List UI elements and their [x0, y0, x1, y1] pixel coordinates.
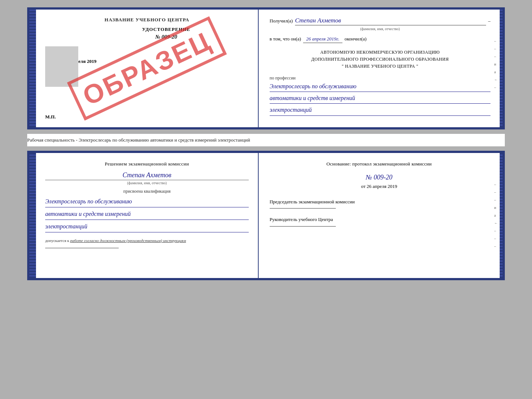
dash-after-name: – — [488, 18, 491, 24]
qual-line1: Электрослесарь по обслуживанию — [45, 197, 249, 207]
spine-bottom-left — [29, 153, 36, 278]
cert-label: УДОСТОВЕРЕНИЕ — [84, 26, 249, 32]
received-name: Степан Ахметов — [295, 17, 486, 25]
separator-text: Рабочая специальность - Электрослесарь п… — [27, 137, 250, 143]
protocol-number: № 009-20 — [270, 174, 489, 181]
bottom-right-panel: Основание: протокол экзаменационной коми… — [259, 153, 500, 278]
top-document: НАЗВАНИЕ УЧЕБНОГО ЦЕНТРА УДОСТОВЕРЕНИЕ №… — [27, 7, 505, 129]
person-name-bottom: Степан Ахметов — [45, 171, 249, 179]
spine-bottom-right — [500, 153, 503, 278]
fio-subtitle-top: (фамилия, имя, отчество) — [270, 27, 490, 31]
okonchill-label: окончил(а) — [345, 36, 367, 42]
org-line1: АВТОНОМНУЮ НЕКОММЕРЧЕСКУЮ ОРГАНИЗАЦИЮ — [270, 49, 490, 56]
sign-line-rukovoditel — [270, 226, 336, 227]
bottom-document: Решением экзаменационной комиссии Степан… — [27, 151, 505, 280]
qual-line2: автоматики и средств измерений — [45, 210, 249, 220]
school-title-top: НАЗВАНИЕ УЧЕБНОГО ЦЕНТРА — [45, 17, 249, 23]
vtom-label: в том, что он(а) — [270, 36, 301, 42]
profession-line2: автоматики и средств измерений — [270, 94, 490, 104]
dopusk-text: допускается к работе согласно должностны… — [45, 238, 249, 243]
org-block: АВТОНОМНУЮ НЕКОММЕРЧЕСКУЮ ОРГАНИЗАЦИЮ ДО… — [270, 49, 490, 70]
bottom-left-panel: Решением экзаменационной комиссии Степан… — [36, 153, 259, 278]
org-line3: " НАЗВАНИЕ УЧЕБНОГО ЦЕНТРА " — [270, 63, 490, 70]
dopusk-link: работе согласно должностным (производств… — [70, 238, 186, 243]
ot-label: от — [361, 184, 366, 189]
qual-line3: электростанций — [45, 222, 249, 232]
separator-label: Рабочая специальность - Электрослесарь п… — [27, 134, 505, 146]
osnovaniye-text: Основание: протокол экзаменационной коми… — [270, 160, 489, 168]
number-val: 009-20 — [374, 174, 392, 181]
prisvoena-label: присвоена квалификация — [45, 189, 249, 194]
profession-line1: Электрослесарь по обслуживанию — [270, 82, 490, 92]
org-line2: ДОПОЛНИТЕЛЬНОГО ПРОФЕССИОНАЛЬНОГО ОБРАЗО… — [270, 56, 490, 63]
sign-line-bottom-left — [45, 248, 119, 248]
sign-line-chair — [270, 208, 336, 209]
spine-left — [29, 10, 36, 127]
certificate-front: НАЗВАНИЕ УЧЕБНОГО ЦЕНТРА УДОСТОВЕРЕНИЕ №… — [36, 10, 259, 127]
resolution-title: Решением экзаменационной комиссии — [45, 160, 249, 168]
po-professii-label: по профессии — [270, 75, 490, 81]
received-line: Получил(а) Степан Ахметов – — [270, 17, 490, 25]
chair-title: Председатель экзаменационной комиссии — [270, 198, 489, 206]
side-marks-bottom: – – – и а ← – – – — [494, 182, 498, 248]
vtom-line: в том, что он(а) 26 апреля 2019г. окончи… — [270, 36, 490, 43]
spine-right — [500, 10, 503, 127]
ot-date: от 26 апреля 2019 — [270, 184, 489, 189]
mp-label: М.П. — [45, 114, 56, 120]
profession-line3: электростанций — [270, 106, 490, 115]
certificate-inside: Получил(а) Степан Ахметов – (фамилия, им… — [259, 10, 500, 127]
dopusk-label: допускается к — [45, 238, 69, 243]
vtom-date: 26 апреля 2019г. — [303, 36, 342, 43]
cert-number: № 009-20 — [84, 34, 249, 40]
received-label: Получил(а) — [270, 18, 293, 24]
number-label: № — [366, 174, 372, 181]
fio-subtitle-bottom: (фамилия, имя, отчество) — [45, 180, 249, 185]
ot-date-val: 26 апреля 2019 — [367, 184, 397, 189]
side-marks-top: – – – и а ← – — [494, 39, 498, 89]
photo-placeholder — [45, 46, 78, 87]
rukovoditel-title: Руководитель учебного Центра — [270, 216, 489, 223]
